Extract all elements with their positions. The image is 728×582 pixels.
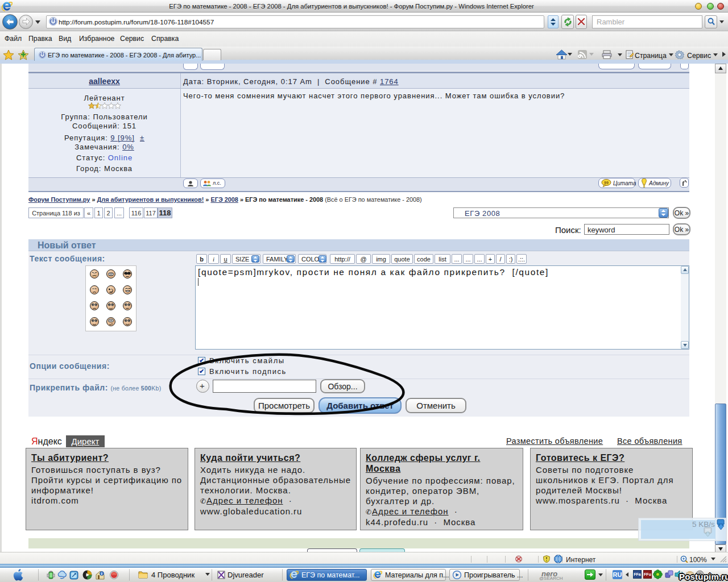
svg-text:99: 99 (604, 181, 609, 185)
svg-text:i: i (101, 572, 102, 576)
